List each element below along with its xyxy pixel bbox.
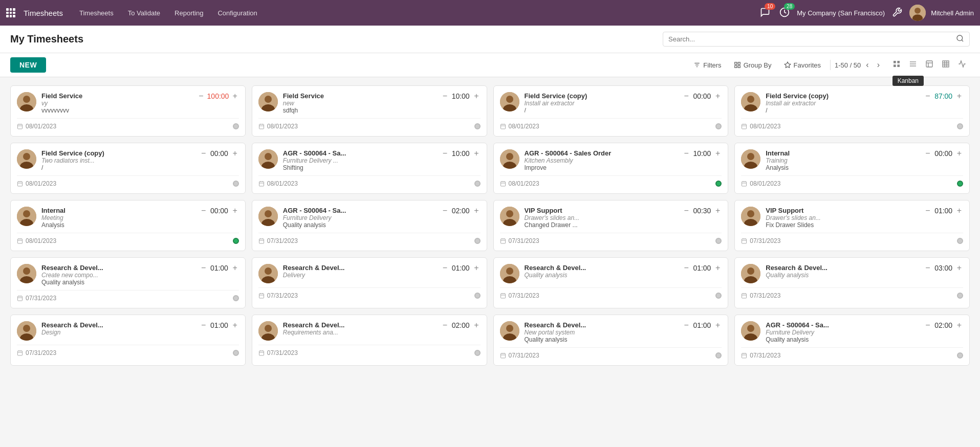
- nav-to-validate[interactable]: To Validate: [122, 6, 166, 20]
- nav-configuration[interactable]: Configuration: [211, 6, 263, 20]
- decrement-button[interactable]: −: [683, 321, 690, 329]
- svg-rect-12: [897, 61, 900, 63]
- increment-button[interactable]: +: [472, 264, 480, 272]
- groupby-button[interactable]: Group By: [729, 59, 777, 72]
- decrement-button[interactable]: −: [200, 149, 207, 158]
- decrement-button[interactable]: −: [924, 92, 931, 100]
- settings-icon[interactable]: [890, 5, 904, 21]
- svg-point-4: [957, 35, 963, 41]
- card-title: Field Service (copy): [766, 92, 919, 100]
- increment-button[interactable]: +: [714, 207, 722, 215]
- activity-icon[interactable]: 28: [777, 5, 792, 21]
- discuss-icon[interactable]: 10: [758, 5, 772, 21]
- svg-rect-134: [742, 294, 747, 298]
- svg-rect-43: [500, 124, 505, 129]
- filters-button[interactable]: Filters: [688, 59, 726, 72]
- card-avatar: [17, 264, 36, 283]
- card-header: Field Service (copy) Install air extract…: [500, 92, 722, 114]
- card-footer: 07/31/2023: [258, 345, 481, 356]
- increment-button[interactable]: +: [472, 92, 480, 100]
- decrement-button[interactable]: −: [924, 321, 931, 329]
- increment-button[interactable]: +: [231, 149, 238, 158]
- increment-button[interactable]: +: [472, 207, 480, 215]
- prev-page-button[interactable]: ‹: [863, 59, 872, 71]
- increment-button[interactable]: +: [714, 264, 722, 272]
- increment-button[interactable]: +: [955, 207, 963, 215]
- decrement-button[interactable]: −: [924, 207, 931, 215]
- decrement-button[interactable]: −: [683, 92, 690, 100]
- decrement-button[interactable]: −: [441, 149, 449, 158]
- card-header: Research & Devel... Quality analysis − 0…: [500, 264, 722, 283]
- increment-button[interactable]: +: [714, 92, 722, 100]
- pivot-view-button[interactable]: [938, 58, 953, 72]
- nav-timesheets[interactable]: Timesheets: [73, 6, 120, 20]
- increment-button[interactable]: +: [714, 149, 722, 158]
- card-controls: − 00:00 +: [683, 92, 722, 100]
- decrement-button[interactable]: −: [924, 264, 931, 272]
- status-dot: [715, 181, 722, 187]
- search-input[interactable]: [668, 35, 956, 43]
- card-date: 07/31/2023: [741, 237, 780, 244]
- decrement-button[interactable]: −: [441, 92, 449, 100]
- search-icon[interactable]: [956, 34, 964, 44]
- card-date: 07/31/2023: [741, 352, 780, 359]
- card-date: 07/31/2023: [741, 292, 780, 299]
- decrement-button[interactable]: −: [200, 264, 207, 272]
- kanban-card: Field Service vy vvvvvvvvv − 100:00 + 08…: [10, 85, 246, 137]
- card-avatar: [741, 207, 760, 226]
- status-dot: [233, 295, 239, 301]
- card-avatar: [741, 321, 760, 341]
- card-date: 07/31/2023: [258, 237, 298, 244]
- decrement-button[interactable]: −: [197, 92, 205, 100]
- next-page-button[interactable]: ›: [874, 59, 883, 71]
- card-avatar: [741, 92, 760, 111]
- time-display: 10:00: [692, 149, 712, 158]
- avatar[interactable]: [909, 5, 926, 21]
- nav-reporting[interactable]: Reporting: [168, 6, 209, 20]
- card-footer: 08/01/2023: [741, 175, 963, 187]
- nav-links: Timesheets To Validate Reporting Configu…: [73, 6, 754, 20]
- new-button[interactable]: NEW: [10, 57, 46, 73]
- increment-button[interactable]: +: [955, 264, 963, 272]
- increment-button[interactable]: +: [955, 92, 963, 100]
- decrement-button[interactable]: −: [441, 321, 449, 329]
- card-controls: − 01:00 +: [683, 321, 722, 329]
- graph-view-button[interactable]: [954, 58, 970, 72]
- increment-button[interactable]: +: [472, 149, 480, 158]
- status-dot: [474, 293, 481, 299]
- activity-view-button[interactable]: [922, 58, 937, 72]
- time-display: 100:00: [207, 92, 229, 100]
- user-name[interactable]: Mitchell Admin: [931, 9, 974, 17]
- card-sub2: Analysis: [766, 164, 919, 171]
- search-bar: [663, 32, 970, 47]
- increment-button[interactable]: +: [955, 149, 963, 158]
- decrement-button[interactable]: −: [683, 149, 690, 158]
- increment-button[interactable]: +: [231, 92, 238, 100]
- svg-rect-14: [897, 64, 900, 67]
- decrement-button[interactable]: −: [683, 264, 690, 272]
- decrement-button[interactable]: −: [441, 207, 449, 215]
- kanban-view-button[interactable]: [889, 58, 904, 72]
- increment-button[interactable]: +: [231, 321, 238, 329]
- card-sub1: Install air extractor: [525, 100, 678, 107]
- card-controls: − 100:00 +: [197, 92, 239, 100]
- favorites-button[interactable]: Favorites: [779, 59, 826, 72]
- increment-button[interactable]: +: [714, 321, 722, 329]
- decrement-button[interactable]: −: [441, 264, 449, 272]
- company-name[interactable]: My Company (San Francisco): [797, 9, 885, 17]
- decrement-button[interactable]: −: [200, 207, 207, 215]
- increment-button[interactable]: +: [231, 207, 238, 215]
- card-controls: − 00:30 +: [683, 207, 722, 215]
- card-title: Internal: [766, 149, 919, 157]
- app-logo[interactable]: [6, 8, 15, 17]
- decrement-button[interactable]: −: [683, 207, 690, 215]
- increment-button[interactable]: +: [231, 264, 238, 272]
- card-header: Field Service (copy) Install air extract…: [741, 92, 963, 114]
- decrement-button[interactable]: −: [924, 149, 931, 158]
- list-view-button[interactable]: [905, 58, 921, 72]
- decrement-button[interactable]: −: [200, 321, 207, 329]
- card-title: Field Service: [41, 92, 192, 100]
- increment-button[interactable]: +: [472, 321, 480, 329]
- card-header: Internal Meeting Analysis − 00:00 +: [17, 207, 239, 229]
- increment-button[interactable]: +: [955, 321, 963, 329]
